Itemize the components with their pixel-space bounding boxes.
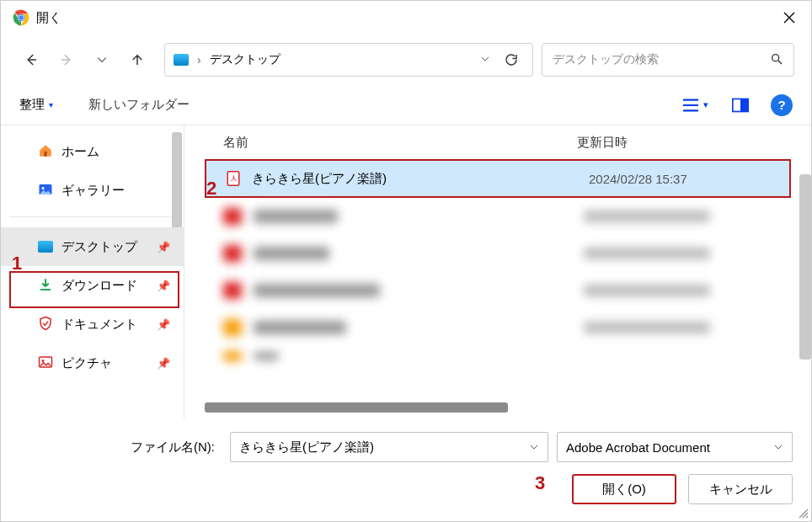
help-button[interactable]: ?	[771, 94, 793, 116]
sidebar-separator	[9, 216, 175, 217]
open-dialog: 開く › デスクトップ	[0, 0, 812, 522]
column-headers[interactable]: 名前 更新日時 ˅	[184, 125, 811, 159]
titlebar: 開く	[1, 1, 811, 35]
open-button[interactable]: 開く(O)	[572, 474, 676, 504]
file-row-blurred	[184, 235, 811, 272]
folder-icon	[38, 241, 53, 253]
file-row-blurred	[184, 309, 811, 346]
svg-rect-6	[740, 99, 748, 111]
file-area: 名前 更新日時 ˅ 人 きらきら星(ピアノ楽譜) 2024/02/28 15:3…	[184, 125, 811, 418]
search-icon	[770, 52, 783, 68]
shield-icon	[38, 316, 53, 333]
filename-dropdown[interactable]	[529, 440, 539, 455]
svg-point-11	[42, 360, 45, 362]
file-row-blurred	[184, 272, 811, 309]
column-name[interactable]: 名前	[223, 135, 577, 151]
filename-label: ファイル名(N):	[19, 439, 222, 455]
horizontal-scrollbar[interactable]	[198, 400, 798, 415]
sidebar-item-desktop[interactable]: デスクトップ 📌	[1, 227, 184, 266]
svg-point-9	[42, 187, 45, 189]
refresh-button[interactable]	[499, 52, 524, 67]
svg-rect-7	[45, 151, 47, 156]
forward-button[interactable]	[53, 46, 80, 73]
body: ホーム ギャラリー デスクトップ 📌 ダウンロード 📌	[1, 125, 811, 418]
folder-icon	[174, 54, 189, 66]
file-row-blurred	[184, 346, 811, 366]
file-date: 2024/02/28 15:37	[589, 172, 687, 186]
file-rows: 人 きらきら星(ピアノ楽譜) 2024/02/28 15:37	[184, 159, 811, 400]
callout-3: 3	[535, 472, 545, 494]
sidebar: ホーム ギャラリー デスクトップ 📌 ダウンロード 📌	[1, 125, 184, 418]
sidebar-item-downloads[interactable]: ダウンロード 📌	[1, 266, 184, 305]
pin-icon: 📌	[157, 241, 170, 253]
download-icon	[38, 277, 53, 295]
up-button[interactable]	[124, 46, 151, 73]
file-row-blurred	[184, 198, 811, 235]
toolbar: 整理 ▾ 新しいフォルダー ▾ ?	[1, 85, 811, 125]
view-menu[interactable]: ▾	[680, 90, 710, 120]
pin-icon: 📌	[157, 357, 170, 370]
file-row-selected[interactable]: 人 きらきら星(ピアノ楽譜) 2024/02/28 15:37	[205, 159, 791, 198]
sidebar-item-home[interactable]: ホーム	[1, 132, 184, 171]
sidebar-item-documents[interactable]: ドキュメント 📌	[1, 305, 184, 344]
recent-dropdown[interactable]	[88, 46, 115, 73]
filename-input[interactable]: きらきら星(ピアノ楽譜)	[230, 432, 548, 462]
cancel-button[interactable]: キャンセル	[688, 474, 793, 504]
organize-menu[interactable]: 整理 ▾	[19, 97, 53, 113]
resize-grip[interactable]	[798, 508, 809, 519]
file-name: きらきら星(ピアノ楽譜)	[252, 171, 579, 187]
search-box[interactable]: デスクトップの検索	[542, 43, 794, 77]
breadcrumb: デスクトップ	[210, 52, 472, 67]
sidebar-item-gallery[interactable]: ギャラリー	[1, 171, 184, 210]
preview-pane-button[interactable]	[725, 90, 756, 120]
chrome-icon	[13, 9, 29, 26]
close-button[interactable]	[771, 1, 808, 35]
gallery-icon	[38, 182, 53, 200]
svg-text:人: 人	[230, 175, 238, 182]
breadcrumb-caret[interactable]	[480, 53, 490, 67]
filetype-select[interactable]: Adobe Acrobat Document	[557, 432, 793, 462]
window-title: 開く	[36, 10, 61, 26]
back-button[interactable]	[18, 46, 45, 73]
caret-down-icon: ▾	[49, 100, 53, 109]
footer: ファイル名(N): きらきら星(ピアノ楽譜) Adobe Acrobat Doc…	[1, 418, 811, 521]
callout-1: 1	[12, 253, 22, 274]
filetype-caret[interactable]	[773, 440, 783, 455]
address-bar[interactable]: › デスクトップ	[164, 43, 533, 77]
search-placeholder: デスクトップの検索	[553, 52, 770, 67]
pdf-icon: 人	[225, 170, 242, 187]
navbar: › デスクトップ デスクトップの検索	[1, 35, 811, 85]
pin-icon: 📌	[157, 280, 170, 292]
column-date[interactable]: 更新日時	[577, 135, 745, 151]
pin-icon: 📌	[157, 318, 170, 331]
home-icon	[38, 143, 53, 161]
breadcrumb-sep: ›	[197, 53, 201, 67]
callout-2: 2	[206, 178, 216, 200]
pictures-icon	[38, 354, 53, 372]
sidebar-item-pictures[interactable]: ピクチャ 📌	[1, 344, 184, 382]
svg-point-3	[19, 15, 23, 19]
new-folder-button[interactable]: 新しいフォルダー	[88, 97, 190, 113]
svg-point-4	[772, 54, 779, 61]
